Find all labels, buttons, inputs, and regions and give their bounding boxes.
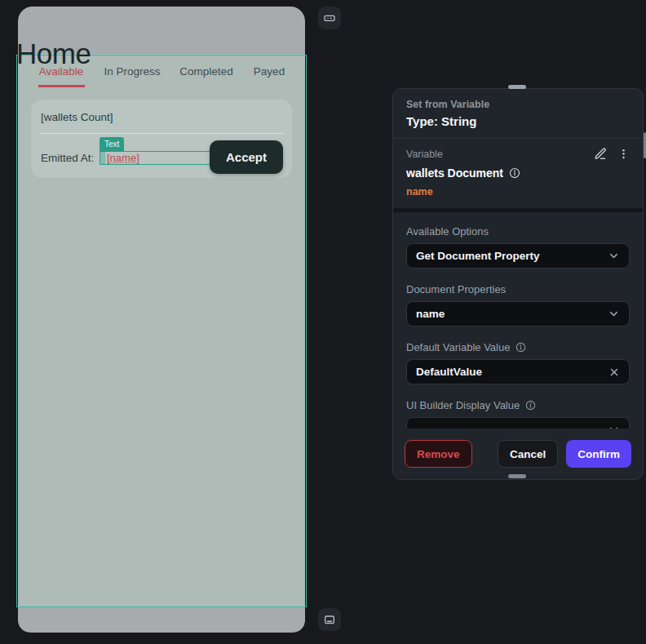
panel-title: Set from Variable [406,99,630,110]
available-options-select[interactable]: Get Document Property [406,243,630,269]
confirm-button[interactable]: Confirm [566,440,631,468]
variable-section: Variable [393,139,643,212]
emitted-at-label[interactable]: Emitted At: [41,152,94,164]
clear-default-value-button[interactable] [608,366,620,378]
panel-header: Set from Variable Type: String [393,89,643,139]
set-from-variable-panel: Set from Variable Type: String Variable [392,88,644,480]
variable-property: name [406,186,630,198]
ui-builder-display-label: UI Builder Display Value [406,398,630,412]
document-properties-group: Document Properties name [406,282,630,326]
available-options-group: Available Options Get Document Property [406,224,630,269]
keyboard-toggle-button[interactable] [318,7,341,29]
bottom-panel-toggle-button[interactable] [318,608,341,631]
cancel-button[interactable]: Cancel [498,440,558,468]
edit-variable-button[interactable] [594,147,608,161]
document-properties-value: name [416,308,608,320]
selected-text-value[interactable]: [name] [105,152,139,164]
tab-completed[interactable]: Completed [179,65,232,78]
chevron-down-icon [608,308,620,320]
panel-drag-handle-top[interactable] [508,85,526,89]
chevron-down-icon [608,250,620,262]
tab-available[interactable]: Available [39,65,84,78]
edit-pencil-icon [594,147,608,161]
kebab-menu-icon [617,148,630,160]
panel-footer: Remove Cancel Confirm [393,429,643,479]
remove-button[interactable]: Remove [405,440,472,468]
default-value-label-text: Default Variable Value [406,341,510,353]
ui-builder-display-label-text: UI Builder Display Value [406,399,520,411]
available-options-value: Get Document Property [416,250,608,262]
info-icon[interactable] [515,342,526,353]
info-icon[interactable] [509,167,520,179]
variable-name: wallets Document [406,167,503,180]
keyboard-icon [323,11,336,24]
info-icon[interactable] [525,400,536,411]
tab-payed[interactable]: Payed [254,65,285,78]
default-value-input[interactable] [416,366,608,378]
variable-type-label: Type: String [406,114,630,128]
selected-widget-type-badge: Text [100,137,124,152]
wallets-count-text[interactable]: [wallets Count] [41,111,113,123]
default-value-group: Default Variable Value [406,340,630,384]
close-icon [608,366,620,378]
variable-options-menu-button[interactable] [617,148,630,160]
panel-form: Available Options Get Document Property … [393,212,643,442]
accept-button[interactable]: Accept [210,140,283,174]
dock-bottom-icon [323,613,336,626]
available-options-label: Available Options [406,224,630,238]
document-properties-select[interactable]: name [406,301,630,326]
builder-canvas: Home Available In Progress Completed Pay… [0,0,646,644]
active-tab-indicator [38,85,85,87]
default-value-field-wrap [406,359,630,384]
card-divider [39,133,284,134]
default-value-label: Default Variable Value [406,340,630,354]
panel-drag-handle-bottom[interactable] [508,474,526,478]
document-properties-label: Document Properties [406,282,630,296]
variable-section-label: Variable [406,149,443,160]
phone-nav-bar [18,607,305,633]
tab-in-progress[interactable]: In Progress [104,65,160,78]
